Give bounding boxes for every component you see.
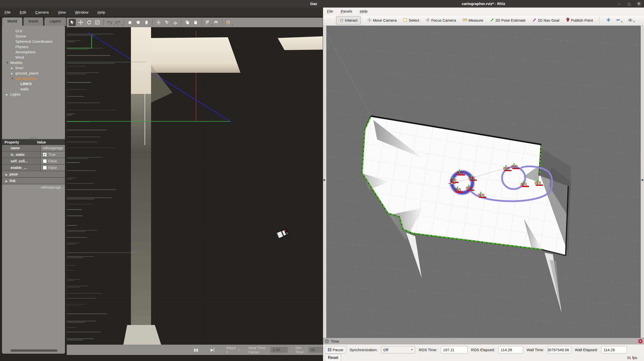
tree-item-walls[interactable]: walls <box>2 86 65 92</box>
pause-button[interactable]: Pause <box>325 346 346 353</box>
menu-panels[interactable]: Panels <box>341 9 352 13</box>
tree-item-willowgarage[interactable]: ▼willowgarage <box>2 76 65 81</box>
collapse-arrow-icon[interactable]: ▼ <box>11 76 14 81</box>
tool-2d-pose-estimate[interactable]: 2D Pose Estimate <box>490 18 526 23</box>
expand-arrow-icon[interactable]: ▶ <box>6 173 8 176</box>
expand-arrow-icon[interactable]: ▶ <box>11 71 13 76</box>
resize-grip[interactable]: ⋰ <box>641 358 643 360</box>
expand-arrow-icon[interactable]: ▶ <box>6 92 8 97</box>
expand-arrow-icon[interactable]: ▶ <box>11 65 13 71</box>
tree-item-links[interactable]: LINKS <box>2 81 65 86</box>
views-panel-collapsed[interactable]: ◀ <box>641 26 644 338</box>
displays-panel-collapsed[interactable]: ▶ <box>323 26 326 338</box>
ros-time-field[interactable]: 197.11 <box>441 346 468 353</box>
panel-horizontal-scrollbar[interactable] <box>11 349 57 352</box>
step-button[interactable]: ▶▏ <box>211 348 217 352</box>
snap-button[interactable] <box>213 19 219 26</box>
tool-measure[interactable]: Measure <box>462 18 483 22</box>
gazebo-3d-viewport[interactable] <box>67 27 323 345</box>
cylinder-button[interactable] <box>143 19 150 26</box>
close-button[interactable]: ✕ <box>636 1 641 6</box>
redo-button[interactable]: ▾ <box>115 19 121 26</box>
tool-move-camera[interactable]: Move Camera <box>367 18 397 23</box>
translate-button[interactable] <box>78 19 84 26</box>
rotate-button[interactable] <box>86 19 92 26</box>
property-group-link[interactable]: ▶linkwillowgarage... <box>2 178 65 184</box>
property-value[interactable]: ✓True <box>40 152 65 158</box>
checkbox-unchecked-icon[interactable] <box>43 159 47 163</box>
pause-button[interactable]: ▮▮ <box>194 348 199 352</box>
menu-help[interactable]: Help <box>97 10 105 14</box>
eye-button[interactable]: ▼ <box>628 18 635 23</box>
minimize-button[interactable]: – <box>616 2 622 6</box>
checkbox-checked-icon[interactable]: ✓ <box>43 153 47 157</box>
tree-item-atmosphere[interactable]: Atmosphere <box>2 49 65 55</box>
wall-elapsed-field[interactable]: 114.26 <box>601 346 627 353</box>
sim-time-value[interactable]: 00 <box>309 347 323 353</box>
tree-item-label: willowgarage <box>15 76 37 81</box>
sphere-button[interactable] <box>135 19 141 26</box>
menu-window[interactable]: Window <box>75 10 88 14</box>
maximize-button[interactable]: ▢ <box>626 2 632 6</box>
tree-item-spherical-coordinates[interactable]: Spherical Coordinates <box>2 39 65 44</box>
property-value[interactable]: False <box>40 165 65 171</box>
tool-interact[interactable]: Interact <box>336 16 361 24</box>
tool-2d-nav-goal[interactable]: 2D Nav Goal <box>532 18 559 23</box>
render-artifact-streak <box>67 55 110 56</box>
box-button[interactable] <box>127 19 133 26</box>
spot-light-button[interactable] <box>164 19 170 26</box>
copy-button[interactable] <box>184 19 191 26</box>
checkbox-unchecked-icon[interactable] <box>43 166 47 170</box>
sync-dropdown[interactable]: Off ▼ <box>381 346 415 353</box>
align-button[interactable]: ▾ <box>204 19 211 26</box>
cursor-button[interactable] <box>69 19 76 26</box>
rtf-value[interactable]: 1.00 <box>271 347 288 353</box>
rviz-titlebar[interactable]: cartographer.rviz* - RViz – ▢ ✕ <box>323 0 644 8</box>
expand-arrow-icon[interactable]: ▶ <box>6 180 8 183</box>
point-light-button[interactable] <box>155 19 162 26</box>
tab-world[interactable]: World <box>2 17 22 26</box>
scale-button[interactable] <box>94 19 101 26</box>
time-panel-close-icon[interactable]: ✕ <box>638 339 642 343</box>
tree-item-lights[interactable]: ▶Lights <box>2 92 65 97</box>
tree-item-gui[interactable]: GUI <box>2 28 65 33</box>
tree-item-physics[interactable]: Physics <box>2 44 65 49</box>
menu-camera[interactable]: Camera <box>35 10 49 14</box>
tool-publish-point[interactable]: Publish Point <box>566 18 593 23</box>
tab-layers[interactable]: Layers <box>44 17 66 26</box>
menu-file[interactable]: File <box>5 10 11 14</box>
minus-button[interactable]: ▼ <box>616 18 623 23</box>
collapse-arrow-icon[interactable]: ▼ <box>6 60 9 65</box>
view-cube-button[interactable]: ▾ <box>225 19 231 26</box>
menu-file[interactable]: File <box>327 9 333 13</box>
dropdown-caret-icon[interactable]: ▼ <box>621 21 623 23</box>
tree-item-ground-plane[interactable]: ▶ground_plane <box>2 70 65 76</box>
undo-button[interactable]: ▾ <box>106 19 113 26</box>
plus-button[interactable] <box>606 18 611 23</box>
tool-focus-camera[interactable]: Focus Camera <box>426 18 456 23</box>
menu-edit[interactable]: Edit <box>20 10 26 14</box>
expand-right-icon[interactable]: ▶ <box>324 178 326 182</box>
property-group-pose[interactable]: ▶pose <box>2 171 65 177</box>
reset-button[interactable]: Reset <box>325 354 341 361</box>
time-panel-header[interactable]: Time ✕ <box>323 338 644 344</box>
rviz-3d-view[interactable]: (0,0)(0,2)(0,3)(0,1)(0,4)(0,6)(0,8)(0,5)… <box>323 26 644 338</box>
dropdown-caret-icon[interactable]: ▼ <box>633 20 635 23</box>
rviz-menubar: FilePanelsHelp <box>323 8 644 15</box>
directional-light-button[interactable] <box>172 19 178 26</box>
tree-item-wind[interactable]: Wind <box>2 55 65 60</box>
steps-caret-icon[interactable]: ▼ <box>238 349 240 351</box>
tree-item-limo-[interactable]: ▶limo/ <box>2 65 65 70</box>
tab-insert[interactable]: Insert <box>23 17 44 26</box>
tree-item-models[interactable]: ▼Models <box>2 60 65 65</box>
toolbar-drag-handle[interactable]: ⋮⋮ <box>327 19 333 22</box>
tool-select[interactable]: Select <box>403 18 419 23</box>
expand-left-icon[interactable]: ◀ <box>641 178 643 182</box>
tree-item-scene[interactable]: Scene <box>2 33 65 39</box>
menu-view[interactable]: View <box>58 10 66 14</box>
property-value[interactable]: False <box>40 158 65 164</box>
menu-help[interactable]: Help <box>360 9 368 13</box>
wall-time-field[interactable]: 00797549.56 <box>548 346 571 353</box>
ros-elapsed-field[interactable]: 114.28 <box>498 346 523 353</box>
paste-button[interactable] <box>192 19 199 26</box>
